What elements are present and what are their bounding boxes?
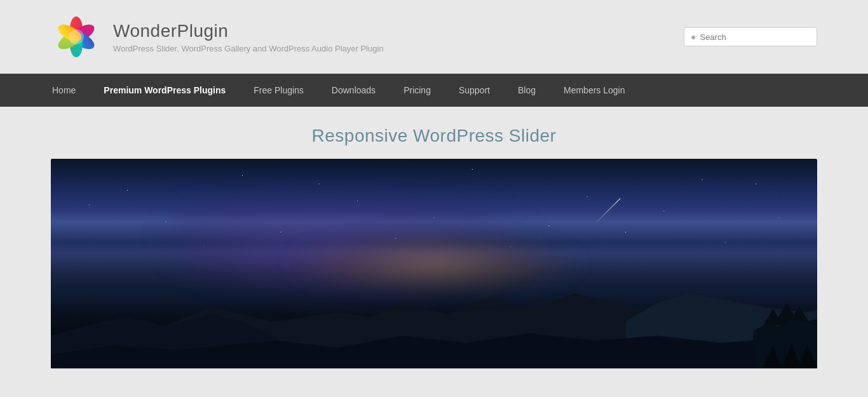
search-icon: ● [691, 32, 696, 42]
nav-item-support: Support [445, 74, 504, 107]
nav-list: HomePremium WordPress PluginsFree Plugin… [38, 74, 830, 107]
nav-item-members-login: Members Login [550, 74, 639, 107]
site-header: WonderPlugin WordPress Slider, WordPress… [0, 0, 868, 74]
svg-point-6 [69, 29, 84, 44]
nav-link-3[interactable]: Downloads [318, 74, 390, 107]
nav-item-pricing: Pricing [390, 74, 445, 107]
main-nav: HomePremium WordPress PluginsFree Plugin… [0, 74, 868, 107]
section-title: Responsive WordPress Slider [51, 126, 817, 146]
nav-link-4[interactable]: Pricing [390, 74, 445, 107]
nav-link-5[interactable]: Support [445, 74, 504, 107]
search-input[interactable] [700, 32, 801, 42]
search-box[interactable]: ● [684, 27, 817, 46]
site-logo[interactable] [51, 11, 102, 62]
nav-link-6[interactable]: Blog [504, 74, 550, 107]
nav-item-premium-wordpress-plugins: Premium WordPress Plugins [90, 74, 240, 107]
nav-link-0[interactable]: Home [38, 74, 90, 107]
slider-background [51, 159, 817, 368]
header-left: WonderPlugin WordPress Slider, WordPress… [51, 11, 384, 62]
nav-item-blog: Blog [504, 74, 550, 107]
nav-item-downloads: Downloads [318, 74, 390, 107]
nav-link-2[interactable]: Free Plugins [240, 74, 318, 107]
site-title-wrap: WonderPlugin WordPress Slider, WordPress… [113, 21, 384, 53]
nav-item-home: Home [38, 74, 90, 107]
nav-item-free-plugins: Free Plugins [240, 74, 318, 107]
site-tagline: WordPress Slider, WordPress Gallery and … [113, 44, 384, 53]
nav-link-7[interactable]: Members Login [550, 74, 639, 107]
main-content: Responsive WordPress Slider [0, 107, 868, 368]
nav-link-1[interactable]: Premium WordPress Plugins [90, 74, 240, 107]
hero-slider[interactable] [51, 159, 817, 368]
site-title: WonderPlugin [113, 21, 384, 41]
shooting-star [593, 198, 620, 225]
mountain-silhouette [51, 274, 817, 369]
